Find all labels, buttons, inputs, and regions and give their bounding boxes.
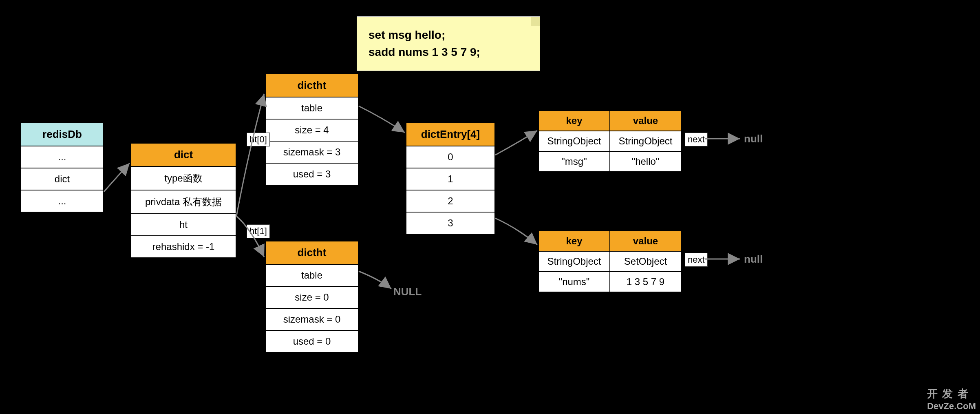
redisdb-row0: ... xyxy=(21,146,103,168)
redisdb-box: redisDb ... dict ... xyxy=(20,122,104,213)
null1-label: null xyxy=(744,133,763,145)
redisdb-row1: dict xyxy=(21,168,103,190)
dictht0-row0: table xyxy=(266,97,358,120)
ht0-label: ht[0] xyxy=(247,133,270,146)
sticky-line2: sadd nums 1 3 5 7 9; xyxy=(369,44,528,61)
dictht0-row1: size = 4 xyxy=(266,120,358,142)
entry2-value-type: SetObject xyxy=(610,251,681,272)
dictentry-row2: 2 xyxy=(406,190,494,213)
dict-title: dict xyxy=(131,144,236,167)
dictentry-box: dictEntry[4] 0 1 2 3 xyxy=(406,122,495,235)
dictht1-row3: used = 0 xyxy=(266,331,358,352)
dictht0-title: dictht xyxy=(266,74,358,97)
dictentry-row3: 3 xyxy=(406,213,494,234)
redisdb-row2: ... xyxy=(21,190,103,212)
dictht1-row2: sizemask = 0 xyxy=(266,309,358,331)
ht1-label: ht[1] xyxy=(247,224,270,238)
watermark: 开 发 者 DevZe.CoM xyxy=(927,387,976,412)
next2-label: next xyxy=(685,253,708,267)
entry2-table: key value StringObject SetObject "nums" … xyxy=(538,230,682,292)
dictht1-box: dictht table size = 0 sizemask = 0 used … xyxy=(265,241,359,353)
dictentry-row0: 0 xyxy=(406,146,494,168)
redisdb-title: redisDb xyxy=(21,123,103,146)
nullbig-label: NULL xyxy=(393,286,422,298)
entry1-value-val: "hello" xyxy=(610,151,681,172)
null2-label: null xyxy=(744,253,763,266)
entry2-value-val: 1 3 5 7 9 xyxy=(610,272,681,292)
dictht0-row3: used = 3 xyxy=(266,164,358,185)
entry1-value-header: value xyxy=(610,111,681,131)
next1-label: next xyxy=(685,133,708,146)
dict-row3: rehashidx = -1 xyxy=(131,236,236,257)
dictht0-row2: sizemask = 3 xyxy=(266,142,358,164)
entry1-key-header: key xyxy=(539,111,610,131)
entry1-table: key value StringObject StringObject "msg… xyxy=(538,110,682,172)
watermark-top: 开 发 者 xyxy=(927,387,976,401)
dictentry-title: dictEntry[4] xyxy=(406,123,494,146)
dictentry-row1: 1 xyxy=(406,168,494,190)
dict-box: dict type函数 privdata 私有数据 ht rehashidx =… xyxy=(130,143,236,258)
entry2-key-type: StringObject xyxy=(539,251,610,272)
sticky-note: set msg hello; sadd nums 1 3 5 7 9; xyxy=(357,16,540,71)
watermark-bottom: DevZe.CoM xyxy=(927,401,976,412)
dictht0-box: dictht table size = 4 sizemask = 3 used … xyxy=(265,73,359,186)
entry2-value-header: value xyxy=(610,231,681,251)
dictht1-row1: size = 0 xyxy=(266,287,358,309)
entry1-key-val: "msg" xyxy=(539,151,610,172)
dict-row2: ht xyxy=(131,214,236,236)
entry2-key-header: key xyxy=(539,231,610,251)
dictht1-row0: table xyxy=(266,265,358,287)
entry1-value-type: StringObject xyxy=(610,131,681,151)
dict-row1: privdata 私有数据 xyxy=(131,190,236,214)
entry2-key-val: "nums" xyxy=(539,272,610,292)
dictht1-title: dictht xyxy=(266,241,358,265)
sticky-line1: set msg hello; xyxy=(369,27,528,44)
entry1-key-type: StringObject xyxy=(539,131,610,151)
dict-row0: type函数 xyxy=(131,167,236,190)
